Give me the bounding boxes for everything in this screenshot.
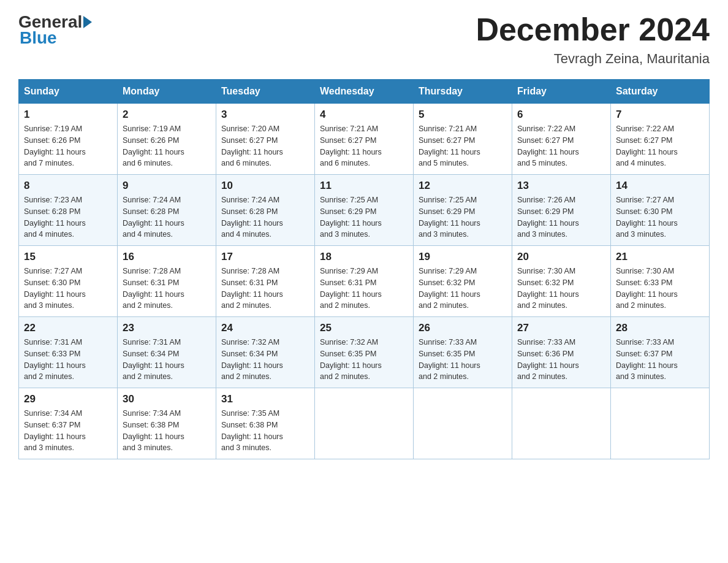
day-info: Sunrise: 7:32 AMSunset: 6:34 PMDaylight:… — [221, 337, 309, 383]
day-number: 18 — [320, 251, 408, 263]
day-number: 28 — [616, 322, 704, 334]
day-number: 27 — [517, 322, 605, 334]
day-number: 15 — [24, 251, 112, 263]
calendar-cell — [315, 388, 414, 459]
logo-arrow-icon — [83, 16, 92, 28]
calendar-cell: 9Sunrise: 7:24 AMSunset: 6:28 PMDaylight… — [118, 175, 216, 246]
day-info: Sunrise: 7:31 AMSunset: 6:34 PMDaylight:… — [123, 337, 211, 383]
day-number: 8 — [24, 180, 112, 192]
title-block: December 2024 Tevragh Zeina, Mauritania — [476, 12, 710, 67]
calendar-cell: 17Sunrise: 7:28 AMSunset: 6:31 PMDayligh… — [216, 246, 315, 317]
calendar-cell: 25Sunrise: 7:32 AMSunset: 6:35 PMDayligh… — [315, 317, 414, 388]
calendar-cell: 22Sunrise: 7:31 AMSunset: 6:33 PMDayligh… — [19, 317, 118, 388]
calendar-cell: 1Sunrise: 7:19 AMSunset: 6:26 PMDaylight… — [19, 104, 118, 175]
calendar-cell: 12Sunrise: 7:25 AMSunset: 6:29 PMDayligh… — [414, 175, 512, 246]
day-number: 22 — [24, 322, 112, 334]
day-number: 25 — [320, 322, 408, 334]
calendar-cell: 19Sunrise: 7:29 AMSunset: 6:32 PMDayligh… — [414, 246, 512, 317]
day-info: Sunrise: 7:29 AMSunset: 6:31 PMDaylight:… — [320, 266, 408, 312]
day-number: 7 — [616, 109, 704, 121]
day-number: 1 — [24, 109, 112, 121]
day-number: 24 — [221, 322, 309, 334]
calendar-table: SundayMondayTuesdayWednesdayThursdayFrid… — [18, 79, 710, 459]
day-number: 9 — [123, 180, 211, 192]
day-info: Sunrise: 7:35 AMSunset: 6:38 PMDaylight:… — [221, 408, 309, 454]
day-info: Sunrise: 7:26 AMSunset: 6:29 PMDaylight:… — [517, 194, 605, 240]
header-tuesday: Tuesday — [216, 80, 315, 104]
day-number: 2 — [123, 109, 211, 121]
calendar-cell: 24Sunrise: 7:32 AMSunset: 6:34 PMDayligh… — [216, 317, 315, 388]
day-info: Sunrise: 7:24 AMSunset: 6:28 PMDaylight:… — [221, 194, 309, 240]
calendar-cell: 30Sunrise: 7:34 AMSunset: 6:38 PMDayligh… — [118, 388, 216, 459]
day-number: 3 — [221, 109, 309, 121]
week-row-3: 15Sunrise: 7:27 AMSunset: 6:30 PMDayligh… — [19, 246, 710, 317]
day-info: Sunrise: 7:33 AMSunset: 6:35 PMDaylight:… — [419, 337, 507, 383]
day-info: Sunrise: 7:34 AMSunset: 6:37 PMDaylight:… — [24, 408, 112, 454]
week-row-1: 1Sunrise: 7:19 AMSunset: 6:26 PMDaylight… — [19, 104, 710, 175]
week-row-5: 29Sunrise: 7:34 AMSunset: 6:37 PMDayligh… — [19, 388, 710, 459]
header-thursday: Thursday — [414, 80, 512, 104]
day-info: Sunrise: 7:20 AMSunset: 6:27 PMDaylight:… — [221, 123, 309, 169]
day-info: Sunrise: 7:29 AMSunset: 6:32 PMDaylight:… — [419, 266, 507, 312]
calendar-cell: 23Sunrise: 7:31 AMSunset: 6:34 PMDayligh… — [118, 317, 216, 388]
page-header: General Blue December 2024 Tevragh Zeina… — [18, 12, 710, 67]
day-number: 14 — [616, 180, 704, 192]
day-number: 31 — [221, 393, 309, 405]
day-number: 19 — [419, 251, 507, 263]
calendar-cell — [512, 388, 611, 459]
day-number: 23 — [123, 322, 211, 334]
week-row-2: 8Sunrise: 7:23 AMSunset: 6:28 PMDaylight… — [19, 175, 710, 246]
calendar-cell: 7Sunrise: 7:22 AMSunset: 6:27 PMDaylight… — [611, 104, 710, 175]
day-info: Sunrise: 7:25 AMSunset: 6:29 PMDaylight:… — [320, 194, 408, 240]
day-info: Sunrise: 7:27 AMSunset: 6:30 PMDaylight:… — [616, 194, 704, 240]
day-info: Sunrise: 7:28 AMSunset: 6:31 PMDaylight:… — [123, 266, 211, 312]
day-info: Sunrise: 7:21 AMSunset: 6:27 PMDaylight:… — [320, 123, 408, 169]
day-info: Sunrise: 7:31 AMSunset: 6:33 PMDaylight:… — [24, 337, 112, 383]
day-info: Sunrise: 7:30 AMSunset: 6:32 PMDaylight:… — [517, 266, 605, 312]
day-number: 21 — [616, 251, 704, 263]
logo-blue-text: Blue — [18, 28, 57, 48]
day-info: Sunrise: 7:33 AMSunset: 6:36 PMDaylight:… — [517, 337, 605, 383]
day-info: Sunrise: 7:25 AMSunset: 6:29 PMDaylight:… — [419, 194, 507, 240]
calendar-cell: 27Sunrise: 7:33 AMSunset: 6:36 PMDayligh… — [512, 317, 611, 388]
header-saturday: Saturday — [611, 80, 710, 104]
day-info: Sunrise: 7:34 AMSunset: 6:38 PMDaylight:… — [123, 408, 211, 454]
calendar-cell: 3Sunrise: 7:20 AMSunset: 6:27 PMDaylight… — [216, 104, 315, 175]
day-info: Sunrise: 7:28 AMSunset: 6:31 PMDaylight:… — [221, 266, 309, 312]
day-info: Sunrise: 7:21 AMSunset: 6:27 PMDaylight:… — [419, 123, 507, 169]
month-title: December 2024 — [476, 12, 710, 47]
calendar-cell: 20Sunrise: 7:30 AMSunset: 6:32 PMDayligh… — [512, 246, 611, 317]
week-row-4: 22Sunrise: 7:31 AMSunset: 6:33 PMDayligh… — [19, 317, 710, 388]
calendar-cell: 16Sunrise: 7:28 AMSunset: 6:31 PMDayligh… — [118, 246, 216, 317]
calendar-cell: 18Sunrise: 7:29 AMSunset: 6:31 PMDayligh… — [315, 246, 414, 317]
location-title: Tevragh Zeina, Mauritania — [476, 51, 710, 67]
calendar-cell: 8Sunrise: 7:23 AMSunset: 6:28 PMDaylight… — [19, 175, 118, 246]
logo: General Blue — [18, 12, 93, 48]
calendar-cell: 10Sunrise: 7:24 AMSunset: 6:28 PMDayligh… — [216, 175, 315, 246]
day-number: 26 — [419, 322, 507, 334]
day-info: Sunrise: 7:22 AMSunset: 6:27 PMDaylight:… — [517, 123, 605, 169]
day-info: Sunrise: 7:30 AMSunset: 6:33 PMDaylight:… — [616, 266, 704, 312]
day-number: 13 — [517, 180, 605, 192]
calendar-cell: 5Sunrise: 7:21 AMSunset: 6:27 PMDaylight… — [414, 104, 512, 175]
day-number: 5 — [419, 109, 507, 121]
day-info: Sunrise: 7:33 AMSunset: 6:37 PMDaylight:… — [616, 337, 704, 383]
day-number: 16 — [123, 251, 211, 263]
calendar-cell: 4Sunrise: 7:21 AMSunset: 6:27 PMDaylight… — [315, 104, 414, 175]
day-info: Sunrise: 7:27 AMSunset: 6:30 PMDaylight:… — [24, 266, 112, 312]
day-number: 12 — [419, 180, 507, 192]
calendar-cell: 29Sunrise: 7:34 AMSunset: 6:37 PMDayligh… — [19, 388, 118, 459]
calendar-cell: 21Sunrise: 7:30 AMSunset: 6:33 PMDayligh… — [611, 246, 710, 317]
day-number: 20 — [517, 251, 605, 263]
day-info: Sunrise: 7:32 AMSunset: 6:35 PMDaylight:… — [320, 337, 408, 383]
calendar-cell: 26Sunrise: 7:33 AMSunset: 6:35 PMDayligh… — [414, 317, 512, 388]
calendar-cell: 28Sunrise: 7:33 AMSunset: 6:37 PMDayligh… — [611, 317, 710, 388]
calendar-cell: 13Sunrise: 7:26 AMSunset: 6:29 PMDayligh… — [512, 175, 611, 246]
day-info: Sunrise: 7:19 AMSunset: 6:26 PMDaylight:… — [123, 123, 211, 169]
header-friday: Friday — [512, 80, 611, 104]
day-number: 17 — [221, 251, 309, 263]
calendar-header-row: SundayMondayTuesdayWednesdayThursdayFrid… — [19, 80, 710, 104]
header-sunday: Sunday — [19, 80, 118, 104]
day-info: Sunrise: 7:24 AMSunset: 6:28 PMDaylight:… — [123, 194, 211, 240]
calendar-cell: 6Sunrise: 7:22 AMSunset: 6:27 PMDaylight… — [512, 104, 611, 175]
